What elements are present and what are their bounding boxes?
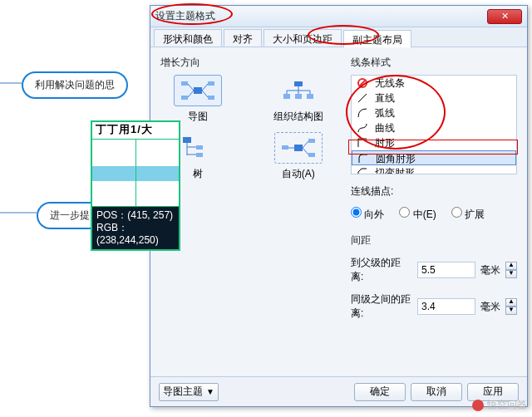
- rounded-elbow-icon: [357, 153, 369, 164]
- watermark: 悟空问答: [472, 398, 527, 412]
- cancel-button[interactable]: 取消: [411, 383, 462, 401]
- sibling-distance-input[interactable]: [417, 298, 475, 315]
- parent-distance-input[interactable]: [417, 262, 475, 278]
- svg-line-30: [303, 148, 308, 155]
- line-shear-elbow[interactable]: 切变肘形: [352, 165, 516, 174]
- chevron-down-icon: ▼: [206, 387, 214, 396]
- curve-line-icon: [357, 122, 368, 134]
- svg-line-6: [188, 91, 194, 97]
- anchor-outward[interactable]: 向外: [351, 207, 384, 222]
- line-elbow[interactable]: 肘形: [352, 135, 516, 150]
- svg-line-33: [358, 94, 367, 102]
- inspector-readout: POS：(415, 257) RGB：(238,244,250): [92, 207, 179, 249]
- dialog-tabs: 形状和颜色 对齐 大小和页边距 副主题布局: [150, 27, 527, 47]
- svg-rect-0: [194, 87, 202, 94]
- svg-rect-12: [307, 94, 313, 99]
- anchor-radios: 向外 中(E) 扩展: [351, 207, 517, 222]
- straight-line-icon: [357, 92, 368, 104]
- close-button[interactable]: ✕: [487, 9, 522, 24]
- line-rounded-elbow[interactable]: 圆角肘形: [352, 150, 516, 165]
- svg-rect-20: [196, 153, 203, 157]
- dialog-titlebar: 设置主题格式 ✕: [150, 6, 527, 27]
- spacing-label: 间距: [351, 233, 517, 248]
- svg-rect-1: [181, 81, 188, 86]
- sibling-dist-down[interactable]: ▼: [505, 307, 517, 315]
- svg-line-7: [202, 84, 208, 91]
- line-none[interactable]: 无线条: [352, 76, 516, 91]
- anchor-extend[interactable]: 扩展: [451, 207, 485, 222]
- line-style-label: 线条样式: [351, 56, 517, 70]
- tree-layout-icon: [180, 135, 216, 160]
- svg-rect-2: [181, 96, 188, 100]
- growth-map[interactable]: 导图: [160, 75, 236, 124]
- theme-format-dialog: 设置主题格式 ✕ 形状和颜色 对齐 大小和页边距 副主题布局 增长方向 导图: [150, 5, 528, 407]
- growth-org-chart[interactable]: 组织结构图: [261, 75, 337, 124]
- svg-line-5: [188, 84, 194, 91]
- svg-line-8: [202, 91, 208, 97]
- tab-subtopic-layout[interactable]: 副主题布局: [343, 30, 411, 47]
- shear-elbow-icon: [357, 167, 368, 174]
- sibling-distance-label: 同级之间的距离:: [351, 292, 412, 321]
- no-line-icon: [357, 77, 368, 89]
- svg-rect-27: [282, 145, 288, 150]
- svg-line-29: [303, 141, 308, 148]
- parent-dist-down[interactable]: ▼: [505, 270, 517, 278]
- svg-rect-4: [208, 96, 214, 100]
- ok-button[interactable]: 确定: [354, 383, 406, 401]
- map-layout-icon: [180, 80, 216, 101]
- tab-shape-color[interactable]: 形状和颜色: [154, 29, 222, 47]
- bg-node-1: 利用解决问题的思: [22, 71, 128, 99]
- line-arc[interactable]: 弧线: [352, 105, 516, 120]
- svg-rect-25: [308, 139, 315, 143]
- tab-size-margin[interactable]: 大小和页边距: [264, 29, 342, 47]
- svg-rect-11: [295, 94, 302, 99]
- svg-rect-26: [308, 153, 315, 157]
- arc-line-icon: [357, 107, 368, 119]
- inspector-header: 丁丁用1/大: [92, 122, 179, 139]
- growth-direction-label: 增长方向: [160, 56, 336, 70]
- auto-layout-icon: [280, 137, 317, 159]
- watermark-icon: [472, 400, 484, 411]
- line-style-list[interactable]: 无线条 直线 弧线 曲线 肘形 圆角肘形 切变肘形: [351, 75, 517, 174]
- svg-rect-3: [208, 81, 214, 86]
- line-curve[interactable]: 曲线: [352, 120, 516, 135]
- svg-rect-9: [294, 81, 303, 86]
- parent-distance-label: 到父级的距离:: [351, 256, 412, 284]
- inspector-zoom: [92, 139, 179, 207]
- svg-rect-19: [196, 145, 203, 150]
- svg-rect-18: [183, 137, 191, 143]
- dialog-title: 设置主题格式: [155, 9, 487, 23]
- anchor-center[interactable]: 中(E): [399, 207, 436, 222]
- tab-align[interactable]: 对齐: [224, 29, 262, 47]
- theme-combo[interactable]: 导图主题▼: [159, 383, 219, 401]
- pixel-inspector: 丁丁用1/大 POS：(415, 257) RGB：(238,244,250): [91, 120, 180, 251]
- anchor-label: 连线描点:: [351, 184, 393, 199]
- svg-rect-24: [294, 145, 303, 151]
- svg-line-32: [359, 80, 366, 86]
- growth-auto[interactable]: 自动(A): [261, 132, 337, 181]
- svg-rect-10: [283, 94, 290, 99]
- elbow-line-icon: [357, 137, 368, 149]
- dialog-button-row: 导图主题▼ 确定 取消 应用: [150, 376, 527, 406]
- org-chart-icon: [280, 80, 317, 101]
- line-straight[interactable]: 直线: [352, 91, 516, 105]
